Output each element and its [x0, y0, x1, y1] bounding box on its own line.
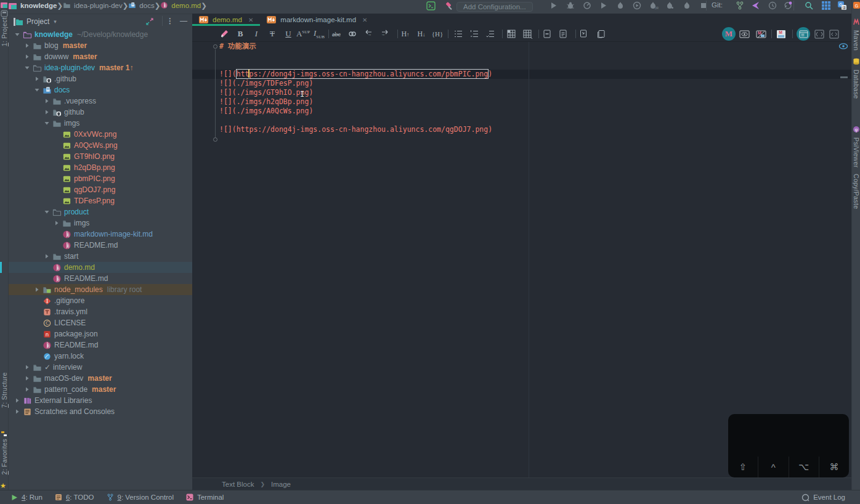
- status--todo[interactable]: 6: TODO: [55, 494, 94, 501]
- breadcrumb-text-block[interactable]: Text Block: [222, 481, 254, 488]
- search-icon[interactable]: [803, 0, 814, 11]
- editor-tab-demo.md[interactable]: demo.md✕: [192, 14, 260, 26]
- editor-tab-markdown-image-kit.md[interactable]: markdown-image-kit.md✕: [260, 14, 374, 26]
- editor-line-2[interactable]: [192, 60, 851, 70]
- profiler-icon[interactable]: [615, 0, 626, 11]
- tree-item-imgs[interactable]: imgs: [9, 217, 192, 229]
- fold-handle-bottom[interactable]: [213, 137, 217, 142]
- status-terminal[interactable]: Terminal: [186, 494, 224, 501]
- breadcrumb-docs[interactable]: docs: [128, 1, 154, 9]
- tree-item-docs[interactable]: docs: [9, 84, 192, 96]
- chevron-open-icon[interactable]: [22, 63, 32, 73]
- doc-remove-icon[interactable]: [542, 28, 553, 39]
- grid-icon[interactable]: [821, 0, 832, 11]
- tab-close-icon[interactable]: ✕: [362, 17, 367, 23]
- tool-button-copypaste[interactable]: Copy/Paste: [852, 174, 860, 209]
- list-bullet-icon[interactable]: [453, 28, 464, 39]
- profiler-flame-icon[interactable]: [681, 0, 692, 11]
- link-icon[interactable]: [347, 28, 358, 39]
- tree-item-package.json[interactable]: npackage.json: [9, 328, 192, 339]
- tree-item-.vuepress[interactable]: .vuepress: [9, 96, 192, 107]
- bold-icon[interactable]: B: [235, 28, 246, 39]
- header-braces-icon[interactable]: {H}: [432, 28, 443, 39]
- editor-line-0[interactable]: # 功能演示: [192, 42, 851, 51]
- breadcrumb-demo.md[interactable]: demo.md: [160, 1, 201, 9]
- history-icon[interactable]: [767, 0, 778, 11]
- abbreviation-icon[interactable]: abc: [331, 28, 342, 39]
- tree-item-README.md[interactable]: README.md: [9, 339, 192, 351]
- chevron-closed-icon[interactable]: [32, 285, 42, 295]
- editor-line-5[interactable]: ![](./imgs/GT9hIO.png): [192, 88, 851, 97]
- tree-item-product[interactable]: product: [9, 206, 192, 217]
- tool-button-project[interactable]: 1: Project: [1, 17, 8, 49]
- status-event-log[interactable]: Event Log: [801, 494, 845, 502]
- tree-item-interview[interactable]: ✓interview: [9, 362, 192, 373]
- translate-blue-icon[interactable]: G译: [837, 0, 848, 11]
- pencil-icon[interactable]: [219, 28, 230, 39]
- run-icon[interactable]: [548, 0, 559, 11]
- mik-slash-icon[interactable]: M: [755, 28, 766, 39]
- breadcrumb-knowledge[interactable]: knowledge: [9, 2, 57, 9]
- tree-item-imgs[interactable]: imgs: [9, 118, 192, 129]
- mik-eye-icon[interactable]: [739, 28, 750, 39]
- tree-item-dowww[interactable]: dowwwmaster: [9, 51, 192, 62]
- stop-icon[interactable]: [698, 0, 709, 11]
- paste-document-icon[interactable]: [596, 28, 607, 39]
- subscript-icon[interactable]: ISUB: [314, 28, 325, 39]
- tree-item-idea-plugin-dev[interactable]: idea-plugin-devmaster 1↑: [9, 62, 192, 73]
- layout-editor-only-icon[interactable]: [797, 27, 810, 41]
- tool-button-favorites[interactable]: 2: Favorites: [1, 439, 8, 477]
- list-numbered-icon[interactable]: [469, 28, 480, 39]
- tree-item-github[interactable]: github: [9, 107, 192, 118]
- tab-close-icon[interactable]: ✕: [248, 17, 253, 23]
- editor-line-3[interactable]: ![](https://dong4j-imgs.oss-cn-hangzhou.…: [192, 70, 851, 79]
- chevron-closed-icon[interactable]: [12, 407, 22, 417]
- debug-icon[interactable]: [565, 0, 576, 11]
- strikethrough-icon[interactable]: T: [267, 28, 278, 39]
- run2-icon[interactable]: [598, 0, 609, 11]
- tree-item-start[interactable]: start: [9, 251, 192, 262]
- run-configuration-select[interactable]: Add Configuration...: [456, 1, 533, 12]
- chevron-closed-icon[interactable]: [22, 52, 32, 62]
- profiler-jr-icon[interactable]: JR: [648, 0, 659, 11]
- breadcrumb-idea-plugin-dev[interactable]: idea-plugin-dev: [63, 1, 123, 9]
- table-grid-icon[interactable]: [522, 28, 533, 39]
- tree-item-node_modules[interactable]: node_moduleslibrary root: [9, 284, 192, 295]
- editor-line-8[interactable]: [192, 116, 851, 125]
- chevron-closed-icon[interactable]: [22, 41, 32, 51]
- underline-icon[interactable]: U: [283, 28, 294, 39]
- header-down-icon[interactable]: H↓: [416, 28, 427, 39]
- chevron-closed-icon[interactable]: [52, 218, 62, 228]
- tool-button-maven[interactable]: Maven: [852, 17, 860, 51]
- tree-item-markdown-image-kit.md[interactable]: markdown-image-kit.md: [9, 229, 192, 240]
- tree-item-Scratches and Consoles[interactable]: Scratches and Consoles: [9, 406, 192, 417]
- tree-item-pbmPIC.png[interactable]: pbmPIC.png: [9, 173, 192, 184]
- tree-item-LICENSE[interactable]: CLICENSE: [9, 317, 192, 328]
- fold-handle-top[interactable]: [213, 44, 217, 49]
- chevron-closed-icon[interactable]: [42, 251, 52, 261]
- list-check-icon[interactable]: [485, 28, 496, 39]
- status--run[interactable]: 4: Run: [11, 494, 43, 501]
- touchbar-key-0[interactable]: ⇧: [728, 457, 758, 478]
- tree-item-h2qDBp.png[interactable]: h2qDBp.png: [9, 162, 192, 173]
- tree-item-yarn.lock[interactable]: yarn.lock: [9, 351, 192, 362]
- editor-line-9[interactable]: ![](https://dong4j-imgs.oss-cn-hangzhou.…: [192, 125, 851, 134]
- quote-left-icon[interactable]: “”: [363, 28, 374, 39]
- editor-line-6[interactable]: ![](./imgs/h2qDBp.png): [192, 97, 851, 107]
- branch-icon[interactable]: [734, 0, 745, 11]
- tree-item-blog[interactable]: blogmaster: [9, 40, 192, 51]
- tree-item-pattern_code[interactable]: pattern_codemaster: [9, 384, 192, 395]
- editor-line-4[interactable]: ![](./imgs/TDFesP.png): [192, 79, 851, 88]
- mik-logo-icon[interactable]: M: [722, 27, 736, 41]
- doc-lines-icon[interactable]: [558, 28, 569, 39]
- mik-save-icon[interactable]: M: [776, 28, 787, 39]
- chevron-closed-icon[interactable]: [22, 362, 32, 372]
- touchbar-key-1[interactable]: ^: [758, 457, 788, 478]
- terminal-plugin-icon[interactable]: [425, 0, 436, 11]
- layout-preview-only-icon[interactable]: [829, 28, 840, 39]
- table-insert-icon[interactable]: [506, 28, 517, 39]
- translate-orange-icon[interactable]: G: [853, 1, 860, 12]
- chevron-closed-icon[interactable]: [12, 396, 22, 405]
- tree-item-qgDOJ7.png[interactable]: qgDOJ7.png: [9, 184, 192, 195]
- status--version-control[interactable]: 9: Version Control: [107, 494, 174, 501]
